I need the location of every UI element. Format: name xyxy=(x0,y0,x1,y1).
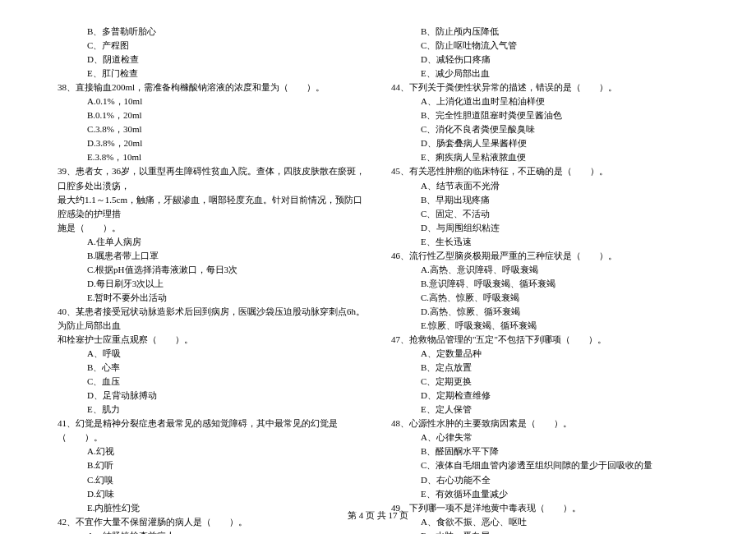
option: E.惊厥、呼吸衰竭、循环衰竭 xyxy=(381,319,708,333)
option: C、血压 xyxy=(48,375,370,389)
option: B.意识障碍、呼吸衰竭、循环衰竭 xyxy=(381,277,708,291)
option: C.幻嗅 xyxy=(48,473,370,487)
option: C.高热、惊厥、呼吸衰竭 xyxy=(381,291,708,305)
option: E、肌力 xyxy=(48,403,370,417)
question-46: 46、流行性乙型脑炎极期最严重的三种症状是（ ）。 xyxy=(381,249,708,263)
option: A.0.1%，10ml xyxy=(48,94,370,108)
option: E、生长迅速 xyxy=(381,235,708,249)
option: E、减少局部出血 xyxy=(381,67,708,81)
option: D.高热、惊厥、循环衰竭 xyxy=(381,305,708,319)
option: D、与周围组织粘连 xyxy=(381,221,708,235)
page-body: B、多普勒听胎心 C、产程图 D、阴道检查 E、肛门检查 38、直接输血200m… xyxy=(0,0,756,534)
question-44: 44、下列关于粪便性状异常的描述，错误的是（ ）。 xyxy=(381,81,708,94)
option: B.幻听 xyxy=(48,458,370,472)
question-40-cont: 和栓塞护士应重点观察（ ）。 xyxy=(48,333,370,347)
question-48: 48、心源性水肿的主要致病因素是（ ）。 xyxy=(381,417,708,430)
option: A.幻视 xyxy=(48,444,370,458)
option: C.根据pH值选择消毒液漱口，每日3次 xyxy=(48,263,370,277)
option: C、固定、不活动 xyxy=(381,207,708,221)
option: A、结肠镜检查前病人 xyxy=(48,529,370,534)
option: E.暂时不要外出活动 xyxy=(48,291,370,305)
option: D、肠套叠病人呈果酱样便 xyxy=(381,136,708,150)
question-41: 41、幻觉是精神分裂症患者最常见的感知觉障碍，其中最常见的幻觉是（ ）。 xyxy=(48,417,370,444)
option: D.每日刷牙3次以上 xyxy=(48,277,370,291)
option: E、有效循环血量减少 xyxy=(381,487,708,501)
option: B、完全性胆道阻塞时粪便呈酱油色 xyxy=(381,108,708,122)
option: D.幻味 xyxy=(48,487,370,501)
option: C、产程图 xyxy=(48,39,370,53)
option: C.3.8%，30ml xyxy=(48,122,370,136)
option: D.3.8%，20ml xyxy=(48,136,370,150)
question-38: 38、直接输血200ml，需准备枸橼酸钠溶液的浓度和量为（ ）。 xyxy=(48,81,370,94)
option: E.3.8%，10ml xyxy=(48,150,370,164)
option: C、防止呕吐物流入气管 xyxy=(381,39,708,53)
question-40: 40、某患者接受冠状动脉造影术后回到病房，医嘱沙袋压迫股动脉穿刺点6h。为防止局… xyxy=(48,305,370,333)
option: D、阴道检查 xyxy=(48,53,370,67)
option: D、定期检查维修 xyxy=(381,389,708,403)
right-column: B、防止颅内压降低 C、防止呕吐物流入气管 D、减轻伤口疼痛 E、减少局部出血 … xyxy=(378,25,708,534)
option: B、醛固酮水平下降 xyxy=(381,444,708,458)
option: B、心率 xyxy=(48,361,370,375)
question-39-cont: 施是（ ）。 xyxy=(48,221,370,235)
option: D、减轻伤口疼痛 xyxy=(381,53,708,67)
option: A、心律失常 xyxy=(381,430,708,444)
option: E、定人保管 xyxy=(381,403,708,417)
option: B.0.1%，20ml xyxy=(48,108,370,122)
option: B、多普勒听胎心 xyxy=(48,25,370,39)
question-47: 47、抢救物品管理的"五定"不包括下列哪项（ ）。 xyxy=(381,333,708,347)
option: A.高热、意识障碍、呼吸衰竭 xyxy=(381,263,708,277)
page-footer: 第 4 页 共 17 页 xyxy=(0,509,756,522)
option: A、结节表面不光滑 xyxy=(381,179,708,193)
left-column: B、多普勒听胎心 C、产程图 D、阴道检查 E、肛门检查 38、直接输血200m… xyxy=(48,25,378,534)
option: A.住单人病房 xyxy=(48,235,370,249)
option: B、早期出现疼痛 xyxy=(381,193,708,207)
option: B、水肿、蛋白尿 xyxy=(381,529,708,534)
question-39: 39、患者女，36岁，以重型再生障碍性贫血入院。查体，四肢皮肤散在瘀斑，口腔多处… xyxy=(48,164,370,192)
option: C、消化不良者粪便呈酸臭味 xyxy=(381,122,708,136)
question-45: 45、有关恶性肿瘤的临床特征，不正确的是（ ）。 xyxy=(381,164,708,178)
option: E、肛门检查 xyxy=(48,67,370,81)
option: C、定期更换 xyxy=(381,375,708,389)
option: A、上消化道出血时呈柏油样便 xyxy=(381,94,708,108)
option: B.嘱患者带上口罩 xyxy=(48,249,370,263)
option: B、防止颅内压降低 xyxy=(381,25,708,39)
option: B、定点放置 xyxy=(381,361,708,375)
option: D、右心功能不全 xyxy=(381,473,708,487)
option: D、足背动脉搏动 xyxy=(48,389,370,403)
option: E、痢疾病人呈粘液脓血便 xyxy=(381,150,708,164)
question-39-cont: 最大约1.1～1.5cm，触痛，牙龈渗血，咽部轻度充血。针对目前情况，预防口腔感… xyxy=(48,193,370,221)
option: C、液体自毛细血管内渗透至组织间隙的量少于回吸收的量 xyxy=(381,458,708,472)
option: A、定数量品种 xyxy=(381,347,708,361)
option: A、呼吸 xyxy=(48,347,370,361)
